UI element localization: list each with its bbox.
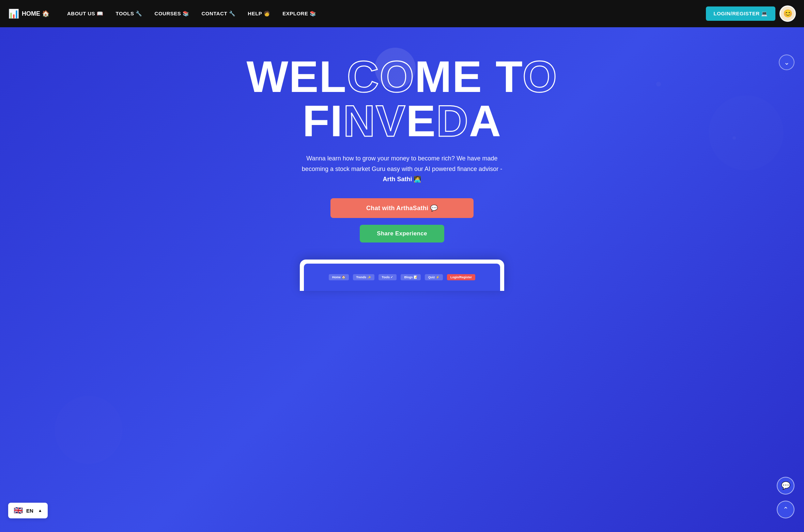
laptop-preview: Home 🏠Trends ✨Tools ✓Blogs 📝Quiz ⚡Login/…	[300, 260, 504, 291]
lang-code: EN	[26, 508, 33, 514]
scroll-down-button[interactable]: ⌄	[779, 54, 794, 70]
avatar-emoji: 😊	[783, 9, 792, 18]
language-selector[interactable]: 🇬🇧 EN ▲	[8, 503, 48, 518]
hero-title-line1: WELCOME TO	[246, 54, 557, 99]
hero-title: WELCOME TO FINVEDA	[246, 54, 557, 143]
hero-description: Wanna learn how to grow your money to be…	[296, 153, 508, 185]
logo-icon: 📊	[8, 9, 19, 19]
nav-link-contact[interactable]: CONTACT 🔧	[196, 8, 241, 19]
lang-chevron-icon: ▲	[38, 508, 42, 513]
navbar: 📊 HOME 🏠 ABOUT US 📖TOOLS 🔧COURSES 📚CONTA…	[0, 0, 804, 27]
deco-dot2	[732, 136, 736, 140]
laptop-nav-item: Blogs 📝	[401, 274, 421, 280]
nav-links: ABOUT US 📖TOOLS 🔧COURSES 📚CONTACT 🔧HELP …	[62, 8, 706, 19]
scroll-up-button[interactable]: ⌃	[777, 501, 794, 518]
advisor-name: Arth Sathi 🧑‍💻	[383, 176, 421, 183]
share-button[interactable]: Share Experience	[360, 225, 444, 242]
laptop-nav: Home 🏠Trends ✨Tools ✓Blogs 📝Quiz ⚡Login/…	[329, 274, 475, 280]
nav-link-tools[interactable]: TOOLS 🔧	[110, 8, 148, 19]
chat-bubble-button[interactable]: 💬	[777, 477, 794, 495]
laptop-nav-item: Trends ✨	[353, 274, 374, 280]
hero-title-line2: FINVEDA	[246, 99, 557, 143]
deco-dot1	[656, 82, 661, 87]
chat-button[interactable]: Chat with ArthaSathi 💬	[330, 198, 474, 218]
avatar[interactable]: 😊	[779, 5, 796, 22]
laptop-nav-item: Quiz ⚡	[425, 274, 443, 280]
nav-link-about-us[interactable]: ABOUT US 📖	[62, 8, 109, 19]
nav-right: LOGIN/REGISTER 💻 😊	[706, 5, 796, 22]
hero-section: ⌄ WELCOME TO FINVEDA Wanna learn how to …	[0, 27, 804, 532]
laptop-nav-item: Home 🏠	[329, 274, 349, 280]
login-button[interactable]: LOGIN/REGISTER 💻	[706, 6, 775, 21]
logo-text: HOME 🏠	[22, 10, 49, 17]
deco-circle-right	[709, 95, 784, 170]
flag-icon: 🇬🇧	[14, 506, 23, 515]
laptop-nav-item: Tools ✓	[378, 274, 397, 280]
site-logo[interactable]: 📊 HOME 🏠	[8, 9, 49, 19]
laptop-screen: Home 🏠Trends ✨Tools ✓Blogs 📝Quiz ⚡Login/…	[304, 264, 500, 291]
nav-link-explore[interactable]: EXPLORE 📚	[277, 8, 322, 19]
nav-link-courses[interactable]: COURSES 📚	[149, 8, 195, 19]
deco-circle-left	[55, 396, 123, 464]
laptop-nav-item: Login/Register	[447, 274, 475, 280]
nav-link-help[interactable]: HELP 🧑	[242, 8, 276, 19]
hero-description-text: Wanna learn how to grow your money to be…	[302, 155, 502, 172]
